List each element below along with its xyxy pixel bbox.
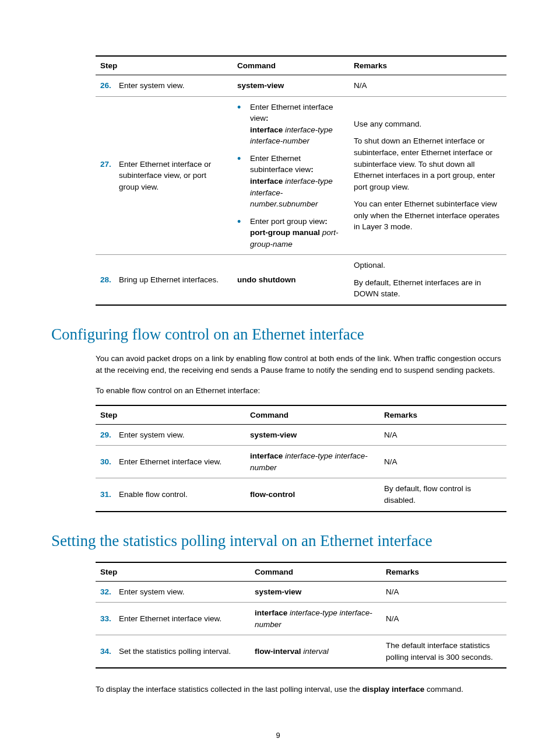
command-text: system-view <box>255 587 301 596</box>
step-number: 30. <box>100 456 119 468</box>
command-text: system-view <box>237 81 284 90</box>
steps-table-1: Step Command Remarks 26. Enter system vi… <box>96 55 506 306</box>
cmd-pretext: Enter port group view <box>250 217 325 226</box>
table-row: 26. Enter system view. system-view N/A <box>96 75 506 97</box>
step-number: 32. <box>100 586 119 598</box>
remarks-cell: N/A <box>381 603 506 635</box>
steps-table-2: Step Command Remarks 29. Enter system vi… <box>96 405 506 512</box>
command-text: flow-control <box>250 490 295 499</box>
remarks-line: Use any command. <box>354 118 502 130</box>
command-inline: display interface <box>363 685 425 694</box>
step-description: Bring up Ethernet interfaces. <box>119 274 228 286</box>
cmd-keyword: interface <box>250 452 283 460</box>
step-number: 34. <box>100 646 119 657</box>
header-remarks: Remarks <box>381 562 506 582</box>
remarks-cell: Optional. By default, Ethernet interface… <box>349 255 506 305</box>
bullet-icon: • <box>237 216 250 250</box>
remarks-cell: N/A <box>349 75 506 97</box>
step-number: 33. <box>100 613 119 625</box>
step-number: 31. <box>100 489 119 501</box>
step-description: Enter system view. <box>119 429 241 441</box>
page-number: 9 <box>51 731 505 740</box>
steps-table-3: Step Command Remarks 32. Enter system vi… <box>96 562 506 669</box>
header-command: Command <box>245 405 379 425</box>
command-list: • Enter Ethernet interface view: interfa… <box>237 102 344 250</box>
step-description: Enter system view. <box>119 80 228 92</box>
bullet-icon: • <box>237 153 250 210</box>
step-number: 26. <box>100 80 119 92</box>
section-heading-flow-control: Configuring flow control on an Ethernet … <box>51 326 505 344</box>
header-remarks: Remarks <box>349 56 506 75</box>
remarks-cell: By default, flow control is disabled. <box>379 478 506 512</box>
remarks-cell: N/A <box>381 581 506 603</box>
table-row: 34. Set the statistics polling interval.… <box>96 635 506 668</box>
remarks-line: By default, Ethernet interfaces are in D… <box>354 277 502 300</box>
step-description: Enter Ethernet interface or subinterface… <box>119 159 228 193</box>
header-command: Command <box>233 56 349 75</box>
table-row: 27. Enter Ethernet interface or subinter… <box>96 96 506 255</box>
step-description: Enter system view. <box>119 586 245 598</box>
section-heading-statistics: Setting the statistics polling interval … <box>51 532 505 550</box>
bullet-icon: • <box>237 102 250 147</box>
text-span: To display the interface statistics coll… <box>96 685 363 694</box>
table-row: 30. Enter Ethernet interface view. inter… <box>96 446 506 478</box>
cmd-keyword: flow-interval <box>255 647 301 656</box>
header-remarks: Remarks <box>379 405 506 425</box>
table-header-row: Step Command Remarks <box>96 56 506 75</box>
command-text: system-view <box>250 430 297 439</box>
body-paragraph: To enable flow control on an Ethernet in… <box>96 385 505 397</box>
table-row: 28. Bring up Ethernet interfaces. undo s… <box>96 255 506 305</box>
table-row: 31. Enable flow control. flow-control By… <box>96 478 506 512</box>
list-item: • Enter port group view: port-group manu… <box>237 216 344 250</box>
step-number: 28. <box>100 274 119 286</box>
cmd-keyword: port-group manual <box>250 228 320 237</box>
header-step: Step <box>96 56 233 75</box>
remarks-line: Optional. <box>354 260 502 271</box>
remarks-cell: The default interface statistics polling… <box>381 635 506 668</box>
remarks-cell: Use any command. To shut down an Etherne… <box>349 96 506 255</box>
cmd-pretext: Enter Ethernet interface view <box>250 103 333 123</box>
text-span: command. <box>424 685 463 694</box>
table-header-row: Step Command Remarks <box>96 405 506 425</box>
step-description: Enter Ethernet interface view. <box>119 613 245 625</box>
step-description: Set the statistics polling interval. <box>119 646 245 657</box>
list-item: • Enter Ethernet interface view: interfa… <box>237 102 344 147</box>
document-page: Step Command Remarks 26. Enter system vi… <box>0 0 556 756</box>
header-command: Command <box>250 562 381 582</box>
step-description: Enable flow control. <box>119 489 241 501</box>
step-number: 27. <box>100 159 119 170</box>
remarks-cell: N/A <box>379 424 506 446</box>
remarks-cell: N/A <box>379 446 506 478</box>
cmd-pretext: Enter Ethernet subinterface view <box>250 154 311 174</box>
remarks-line: You can enter Ethernet subinterface view… <box>354 198 502 233</box>
step-number: 29. <box>100 429 119 441</box>
cmd-keyword: interface <box>255 608 287 617</box>
cmd-keyword: interface <box>250 125 283 134</box>
cmd-argument: interval <box>303 647 329 656</box>
command-text: undo shutdown <box>237 275 295 284</box>
cmd-keyword: interface <box>250 177 283 186</box>
table-row: 33. Enter Ethernet interface view. inter… <box>96 603 506 635</box>
table-header-row: Step Command Remarks <box>96 562 506 582</box>
step-description: Enter Ethernet interface view. <box>119 456 241 468</box>
table-row: 29. Enter system view. system-view N/A <box>96 424 506 446</box>
body-paragraph: To display the interface statistics coll… <box>96 684 505 695</box>
remarks-line: To shut down an Ethernet interface or su… <box>354 135 502 192</box>
header-step: Step <box>96 405 245 425</box>
table-row: 32. Enter system view. system-view N/A <box>96 581 506 603</box>
header-step: Step <box>96 562 250 582</box>
list-item: • Enter Ethernet subinterface view: inte… <box>237 153 344 210</box>
body-paragraph: You can avoid packet drops on a link by … <box>96 353 505 377</box>
